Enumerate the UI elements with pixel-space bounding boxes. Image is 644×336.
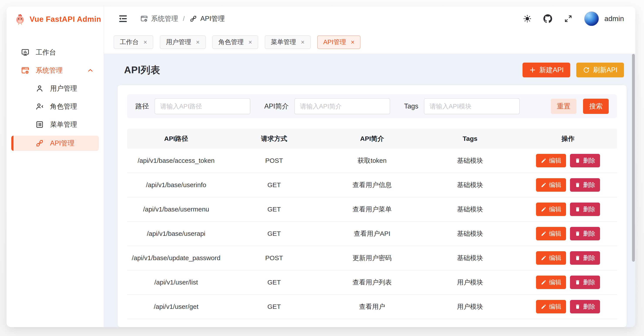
brand[interactable]: Vue FastAPI Admin bbox=[6, 6, 104, 32]
plug-icon bbox=[190, 15, 197, 23]
delete-button[interactable]: 删除 bbox=[570, 251, 600, 265]
tags-input[interactable] bbox=[424, 98, 520, 114]
breadcrumb-item-system[interactable]: 系统管理 bbox=[140, 14, 178, 23]
filter-path: 路径 bbox=[136, 98, 250, 114]
sidebar-item-menus[interactable]: 菜单管理 bbox=[6, 118, 104, 132]
sidebar-item-workbench[interactable]: 工作台 bbox=[6, 45, 104, 59]
refresh-api-button[interactable]: 刷新API bbox=[576, 63, 624, 77]
edit-button[interactable]: 编辑 bbox=[536, 251, 566, 265]
breadcrumb-item-api[interactable]: API管理 bbox=[190, 14, 225, 23]
path-input[interactable] bbox=[154, 98, 250, 114]
chick-logo-icon bbox=[14, 13, 26, 25]
theme-toggle-sun-icon[interactable] bbox=[523, 14, 532, 23]
github-icon[interactable] bbox=[544, 14, 552, 23]
table-row: /api/v1/base/update_password POST 更新用户密码… bbox=[127, 246, 617, 270]
table-row: /api/v1/base/access_token POST 获取token 基… bbox=[127, 149, 617, 173]
delete-button[interactable]: 删除 bbox=[570, 300, 600, 313]
cell-path: /api/v1/base/usermenu bbox=[127, 206, 225, 213]
breadcrumb: 系统管理 / API管理 bbox=[140, 14, 225, 23]
topbar: 系统管理 / API管理 admin bbox=[104, 6, 635, 31]
trash-icon bbox=[575, 182, 580, 188]
edit-button[interactable]: 编辑 bbox=[536, 276, 566, 289]
api-table: API路径 请求方式 API简介 Tags 操作 /api/v1/base/ac… bbox=[127, 129, 617, 327]
delete-label: 删除 bbox=[583, 303, 595, 311]
table-header: API路径 请求方式 API简介 Tags 操作 bbox=[127, 129, 617, 149]
summary-label: API简介 bbox=[264, 102, 289, 111]
sidebar-item-label: 用户管理 bbox=[50, 84, 77, 93]
edit-button[interactable]: 编辑 bbox=[536, 300, 566, 313]
tab-workbench[interactable]: 工作台 × bbox=[114, 35, 153, 49]
edit-label: 编辑 bbox=[549, 303, 561, 311]
sidebar-item-label: 系统管理 bbox=[36, 66, 63, 75]
cell-actions: 编辑 删除 bbox=[519, 202, 617, 216]
pencil-icon bbox=[541, 255, 546, 261]
sidebar-item-api[interactable]: API管理 bbox=[11, 136, 99, 151]
close-icon[interactable]: × bbox=[301, 39, 304, 45]
edit-button[interactable]: 编辑 bbox=[536, 154, 566, 167]
delete-button[interactable]: 删除 bbox=[570, 202, 600, 216]
search-button[interactable]: 搜索 bbox=[583, 99, 609, 114]
main-area: 系统管理 / API管理 admin 工作台 × bbox=[104, 6, 635, 327]
edit-label: 编辑 bbox=[549, 205, 561, 213]
tab-label: API管理 bbox=[323, 38, 346, 46]
edit-label: 编辑 bbox=[549, 254, 561, 262]
cell-path: /api/v1/base/update_password bbox=[127, 254, 225, 262]
breadcrumb-separator: / bbox=[183, 15, 184, 22]
plus-icon bbox=[529, 66, 536, 73]
cell-summary: 查看用户菜单 bbox=[323, 205, 421, 214]
col-path: API路径 bbox=[127, 134, 225, 143]
avatar[interactable] bbox=[584, 11, 599, 26]
tab-menus[interactable]: 菜单管理 × bbox=[265, 35, 311, 49]
cell-method: GET bbox=[225, 303, 323, 310]
tab-api[interactable]: API管理 × bbox=[317, 35, 361, 49]
col-summary: API简介 bbox=[323, 134, 421, 143]
reset-button[interactable]: 重置 bbox=[551, 99, 576, 114]
filter-bar: 路径 API简介 Tags 重置 搜索 bbox=[127, 94, 617, 118]
user-arrow-icon bbox=[35, 102, 44, 111]
breadcrumb-label: 系统管理 bbox=[151, 14, 178, 23]
sidebar-collapse-icon[interactable] bbox=[118, 14, 128, 24]
edit-button[interactable]: 编辑 bbox=[536, 227, 566, 240]
cell-tags: 基础模块 bbox=[421, 180, 519, 189]
sidebar-item-users[interactable]: 用户管理 bbox=[6, 81, 104, 95]
breadcrumb-label: API管理 bbox=[200, 14, 225, 23]
username[interactable]: admin bbox=[604, 14, 624, 23]
tab-users[interactable]: 用户管理 × bbox=[160, 35, 206, 49]
api-list-card: 路径 API简介 Tags 重置 搜索 bbox=[118, 85, 626, 327]
tab-label: 用户管理 bbox=[166, 38, 191, 46]
cell-actions: 编辑 删除 bbox=[519, 227, 617, 240]
scrollbar-thumb[interactable] bbox=[632, 54, 635, 262]
table-row: /api/v1/user/list GET 查看用户列表 用户模块 编辑 删除 bbox=[127, 270, 617, 295]
cell-path: /api/v1/user/list bbox=[127, 279, 225, 286]
cell-tags: 用户模块 bbox=[421, 302, 519, 311]
cell-tags: 基础模块 bbox=[421, 205, 519, 214]
delete-button[interactable]: 删除 bbox=[570, 154, 600, 167]
brand-title: Vue FastAPI Admin bbox=[30, 15, 101, 23]
delete-button[interactable]: 删除 bbox=[570, 178, 600, 192]
delete-button[interactable]: 删除 bbox=[570, 227, 600, 240]
cell-method: GET bbox=[225, 230, 323, 237]
table-row: /api/v1/base/usermenu GET 查看用户菜单 基础模块 编辑… bbox=[127, 197, 617, 222]
refresh-icon bbox=[583, 66, 590, 73]
close-icon[interactable]: × bbox=[196, 39, 200, 45]
sidebar-item-system[interactable]: 系统管理 bbox=[6, 63, 104, 77]
tab-roles[interactable]: 角色管理 × bbox=[212, 35, 258, 49]
summary-input[interactable] bbox=[294, 98, 390, 114]
edit-button[interactable]: 编辑 bbox=[536, 202, 566, 216]
delete-button[interactable]: 删除 bbox=[570, 276, 600, 289]
close-icon[interactable]: × bbox=[144, 39, 147, 45]
edit-button[interactable]: 编辑 bbox=[536, 178, 566, 192]
edit-label: 编辑 bbox=[549, 157, 561, 165]
fullscreen-icon[interactable] bbox=[564, 14, 572, 23]
new-api-button[interactable]: 新建API bbox=[522, 63, 570, 77]
filter-actions: 重置 搜索 bbox=[551, 99, 609, 114]
close-icon[interactable]: × bbox=[351, 39, 355, 45]
cell-method: POST bbox=[225, 157, 323, 164]
cell-method: POST bbox=[225, 254, 323, 262]
refresh-api-label: 刷新API bbox=[593, 65, 618, 75]
trash-icon bbox=[575, 304, 580, 310]
cell-tags: 用户模块 bbox=[421, 278, 519, 287]
trash-icon bbox=[575, 255, 580, 261]
sidebar-item-roles[interactable]: 角色管理 bbox=[6, 100, 104, 113]
close-icon[interactable]: × bbox=[248, 39, 252, 45]
